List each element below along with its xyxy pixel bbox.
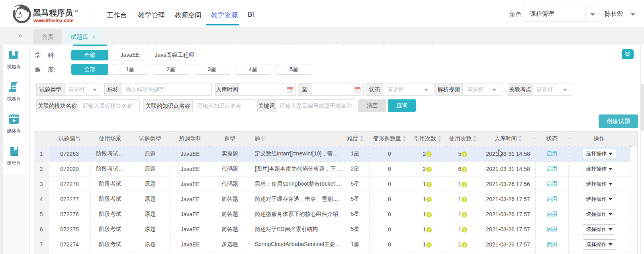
svg-text:15: 15 [288, 89, 292, 92]
svg-text:15: 15 [356, 89, 359, 92]
